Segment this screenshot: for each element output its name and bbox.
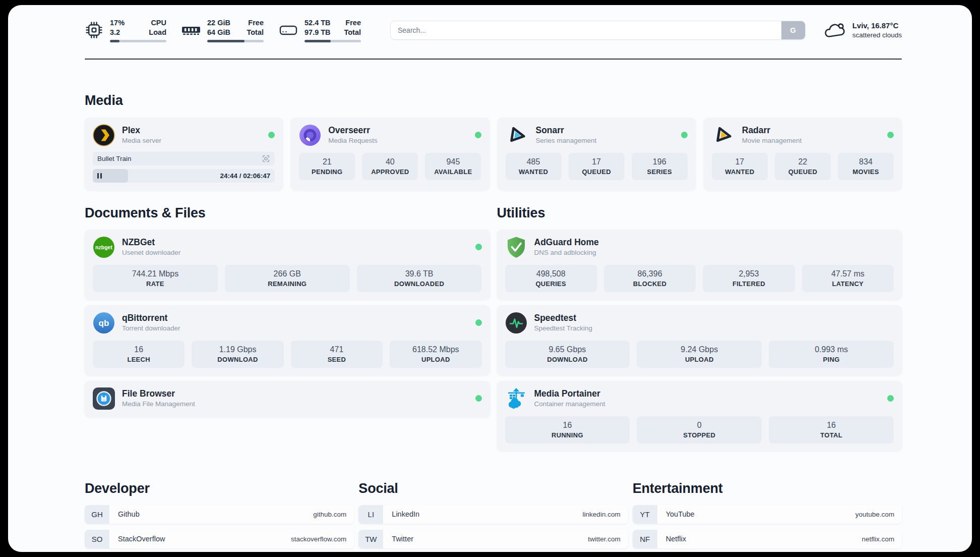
app-card-adguard[interactable]: AdGuard Home DNS and adblocking 498,508 … <box>497 230 902 300</box>
bookmark-badge: YT <box>633 505 657 524</box>
app-name: Plex <box>122 125 261 136</box>
stat-queries: 498,508 QUERIES <box>505 265 597 292</box>
search-input[interactable] <box>390 21 806 40</box>
app-name: qBittorrent <box>122 312 468 323</box>
weather-location-temp: Lviv, 16.87°C <box>852 21 902 31</box>
app-subtitle: Container management <box>534 400 881 409</box>
search-box: G <box>390 21 806 40</box>
overseerr-icon <box>299 124 321 146</box>
app-card-portainer[interactable]: Media Portainer Container management 16 … <box>497 381 902 451</box>
stat-ping: 0.993 ms PING <box>769 341 894 368</box>
weather-condition: scattered clouds <box>852 31 902 40</box>
svg-text:nzbget: nzbget <box>95 244 112 250</box>
stat-downloaded: 39.6 TB DOWNLOADED <box>357 265 482 292</box>
app-subtitle: Media File Management <box>122 400 468 409</box>
bookmark-twitter[interactable]: TW Twitter twitter.com <box>358 530 628 548</box>
bookmarks-section: Developer GH Github github.com SO StackO… <box>85 469 902 552</box>
app-card-overseerr[interactable]: Overseerr Media Requests 21 PENDING 40 A… <box>291 118 489 190</box>
radarr-icon <box>712 124 735 146</box>
memory-progress-track <box>207 40 264 42</box>
app-card-speedtest[interactable]: Speedtest Speedtest Tracking 9.65 Gbps D… <box>497 305 902 375</box>
plex-now-playing: Bullet Train 24:44 / 02:06:47 <box>93 152 275 183</box>
status-online-dot <box>681 132 688 138</box>
stat-leech: 16 LEECH <box>93 341 185 368</box>
stat-wanted: 17 WANTED <box>712 153 768 180</box>
app-name: Radarr <box>742 125 880 136</box>
section-title-entertainment: Entertainment <box>633 481 902 496</box>
pause-icon[interactable] <box>97 173 102 179</box>
cpu-percent: 17% <box>110 18 125 28</box>
stat-upload: 9.24 Gbps UPLOAD <box>637 341 762 368</box>
stat-queued: 17 QUEUED <box>569 153 625 180</box>
dashboard-page: 17% 3.2 CPU Load <box>8 5 972 552</box>
bookmark-stackoverflow[interactable]: SO StackOverflow stackoverflow.com <box>85 530 354 548</box>
plex-icon <box>93 124 115 146</box>
hard-drive-icon <box>279 22 298 38</box>
app-card-radarr[interactable]: Radarr Movie management 17 WANTED 22 QUE… <box>704 118 902 190</box>
bookmark-badge: SO <box>85 530 109 548</box>
bookmark-badge: LI <box>358 505 383 524</box>
app-name: Overseerr <box>328 125 467 136</box>
app-subtitle: Movie management <box>742 136 880 145</box>
bookmark-group-entertainment: Entertainment YT YouTube youtube.com NF … <box>633 469 902 552</box>
cpu-widget: 17% 3.2 CPU Load <box>85 18 166 42</box>
bookmark-badge: TW <box>358 530 383 548</box>
section-title-social: Social <box>358 481 628 496</box>
now-playing-progress-row[interactable]: 24:44 / 02:06:47 <box>93 169 275 183</box>
section-title-utilities: Utilities <box>497 205 902 221</box>
memory-free-label: Free <box>247 18 264 28</box>
stat-download: 1.19 Gbps DOWNLOAD <box>192 341 283 368</box>
app-subtitle: Usenet downloader <box>122 248 468 257</box>
stat-queued: 22 QUEUED <box>775 153 831 180</box>
app-name: AdGuard Home <box>534 237 894 248</box>
documents-column: Documents & Files nzbget NZBGet Usenet d… <box>85 190 490 457</box>
app-subtitle: Speedtest Tracking <box>534 324 894 333</box>
stat-upload: 618.52 Mbps UPLOAD <box>390 341 481 368</box>
disk-progress-fill <box>304 40 331 42</box>
nzbget-icon: nzbget <box>93 236 115 258</box>
stat-filtered: 2,953 FILTERED <box>703 265 794 292</box>
bookmark-badge: NF <box>633 530 657 548</box>
bookmark-linkedin[interactable]: LI LinkedIn linkedin.com <box>358 505 628 524</box>
app-subtitle: Torrent downloader <box>122 324 468 333</box>
stat-stopped: 0 STOPPED <box>637 416 762 443</box>
adguard-icon <box>505 236 527 258</box>
playback-time: 24:44 / 02:06:47 <box>220 172 270 180</box>
disk-free-value: 52.4 TB <box>304 18 331 28</box>
app-card-plex[interactable]: Plex Media server Bullet Train <box>85 118 283 190</box>
stat-pending: 21 PENDING <box>299 153 355 180</box>
app-subtitle: Media Requests <box>328 136 467 145</box>
app-card-filebrowser[interactable]: File Browser Media File Management <box>85 381 490 417</box>
app-card-nzbget[interactable]: nzbget NZBGet Usenet downloader 744.21 M… <box>85 230 490 300</box>
cpu-progress-track <box>110 40 166 42</box>
app-name: Sonarr <box>536 125 674 136</box>
media-grid: Plex Media server Bullet Train <box>85 118 902 190</box>
ram-icon <box>181 23 201 38</box>
status-online-dot <box>475 132 481 138</box>
scattered-clouds-icon <box>823 21 846 39</box>
stat-rate: 744.21 Mbps RATE <box>93 265 218 292</box>
app-card-sonarr[interactable]: Sonarr Series management 485 WANTED 17 Q… <box>498 118 696 190</box>
search-engine-button[interactable]: G <box>781 21 805 39</box>
memory-free-value: 22 GiB <box>207 18 230 28</box>
now-playing-title: Bullet Train <box>97 155 262 162</box>
app-name: NZBGet <box>122 237 468 248</box>
stat-running: 16 RUNNING <box>505 416 630 443</box>
cpu-load-label: Load <box>149 28 166 37</box>
bookmark-youtube[interactable]: YT YouTube youtube.com <box>633 505 902 524</box>
disk-progress-track <box>304 40 361 42</box>
stat-wanted: 485 WANTED <box>506 153 562 180</box>
now-playing-title-row: Bullet Train <box>93 152 275 165</box>
memory-total-value: 64 GiB <box>207 28 230 37</box>
bookmark-group-developer: Developer GH Github github.com SO StackO… <box>85 469 354 552</box>
bookmark-netflix[interactable]: NF Netflix netflix.com <box>633 530 902 548</box>
bookmark-github[interactable]: GH Github github.com <box>85 505 354 524</box>
session-capture-icon[interactable] <box>262 154 270 163</box>
app-name: Media Portainer <box>534 388 881 399</box>
top-bar: 17% 3.2 CPU Load <box>85 18 902 42</box>
memory-widget: 22 GiB 64 GiB Free Total <box>181 18 264 42</box>
status-online-dot <box>887 132 894 138</box>
stat-download: 9.65 Gbps DOWNLOAD <box>505 341 630 368</box>
disk-total-label: Total <box>344 28 361 37</box>
app-card-qbittorrent[interactable]: qb qBittorrent Torrent downloader 16 LEE… <box>85 305 490 375</box>
